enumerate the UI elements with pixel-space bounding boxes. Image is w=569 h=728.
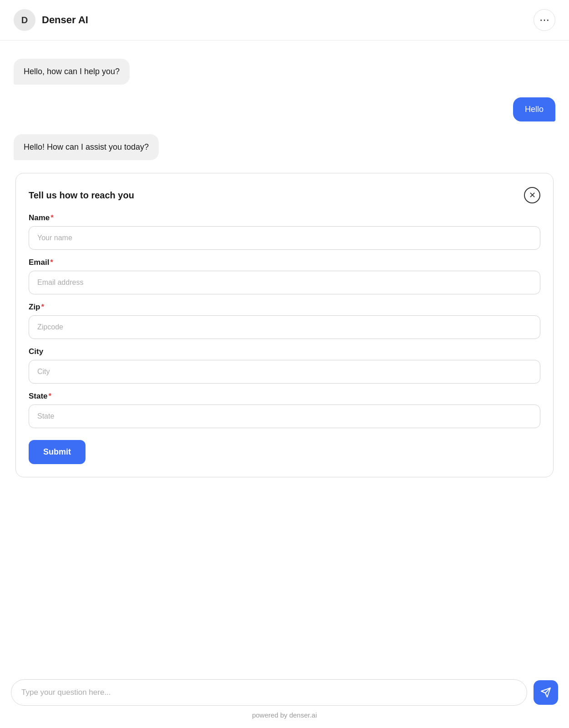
- close-icon: ✕: [529, 190, 536, 200]
- user-message-1: Hello: [513, 97, 555, 121]
- city-input[interactable]: [29, 360, 540, 384]
- name-field-group: Name*: [29, 213, 540, 250]
- name-input[interactable]: [29, 226, 540, 250]
- send-icon: [540, 687, 551, 698]
- zip-label: Zip*: [29, 303, 540, 312]
- chat-input[interactable]: [11, 679, 527, 706]
- more-button[interactable]: ⋯: [534, 9, 555, 31]
- form-title: Tell us how to reach you: [29, 190, 134, 201]
- header: D Denser AI ⋯: [0, 0, 569, 40]
- more-icon: ⋯: [539, 14, 550, 26]
- avatar: D: [14, 9, 35, 31]
- app-name: Denser AI: [42, 14, 88, 26]
- email-label: Email*: [29, 258, 540, 267]
- input-bar: [0, 671, 569, 711]
- email-required-star: *: [50, 258, 53, 267]
- chat-area: Hello, how can I help you? Hello Hello! …: [0, 40, 569, 671]
- state-required-star: *: [49, 392, 52, 401]
- bot-message-1: Hello, how can I help you?: [14, 59, 130, 85]
- form-header: Tell us how to reach you ✕: [29, 187, 540, 203]
- state-input[interactable]: [29, 404, 540, 428]
- submit-button[interactable]: Submit: [29, 440, 86, 464]
- state-field-group: State*: [29, 392, 540, 428]
- powered-by: powered by denser.ai: [0, 711, 569, 728]
- zip-input[interactable]: [29, 315, 540, 339]
- email-field-group: Email*: [29, 258, 540, 294]
- city-label: City: [29, 347, 540, 356]
- state-label: State*: [29, 392, 540, 401]
- send-button[interactable]: [534, 680, 558, 705]
- form-close-button[interactable]: ✕: [524, 187, 540, 203]
- name-label: Name*: [29, 213, 540, 222]
- bot-message-2: Hello! How can I assist you today?: [14, 134, 159, 160]
- contact-form-card: Tell us how to reach you ✕ Name* Email* …: [15, 173, 554, 477]
- email-input[interactable]: [29, 271, 540, 294]
- zip-field-group: Zip*: [29, 303, 540, 339]
- zip-required-star: *: [41, 303, 45, 312]
- name-required-star: *: [50, 213, 54, 222]
- header-left: D Denser AI: [14, 9, 88, 31]
- city-field-group: City: [29, 347, 540, 384]
